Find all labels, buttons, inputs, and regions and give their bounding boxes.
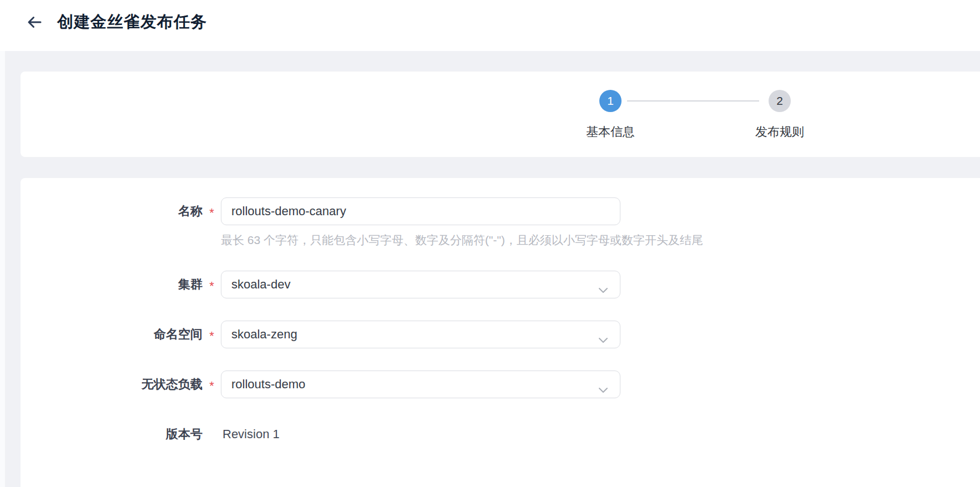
stepper-card: 1 基本信息 2 发布规则 [21, 72, 980, 157]
chevron-down-icon [597, 379, 609, 398]
cluster-field-label: 集群 [21, 271, 203, 298]
step-item-release-rules[interactable] [713, 85, 846, 158]
workload-field-label: 无状态负载 [21, 371, 203, 398]
chevron-down-icon [597, 279, 609, 298]
name-input[interactable] [221, 197, 620, 225]
workload-select[interactable]: rollouts-demo [221, 371, 620, 398]
namespace-field-label: 命名空间 [21, 321, 203, 348]
left-edge-strip [0, 51, 5, 487]
form-row-workload: 无状态负载 * rollouts-demo [21, 371, 980, 398]
chevron-down-icon [597, 329, 609, 348]
form-row-name: 名称 * 最长 63 个字符，只能包含小写字母、数字及分隔符("-")，且必须以… [21, 197, 980, 247]
page-title: 创建金丝雀发布任务 [57, 11, 207, 33]
cluster-select[interactable]: skoala-dev [221, 271, 620, 298]
namespace-select-value: skoala-zeng [231, 327, 297, 341]
form-card: 名称 * 最长 63 个字符，只能包含小写字母、数字及分隔符("-")，且必须以… [21, 178, 980, 487]
name-required-mark: * [203, 197, 221, 225]
name-field-label: 名称 [21, 197, 203, 225]
step-item-basic-info[interactable] [544, 85, 677, 158]
cluster-required-mark: * [203, 271, 221, 298]
revision-value: Revision 1 [221, 420, 620, 448]
form-row-cluster: 集群 * skoala-dev [21, 271, 980, 298]
page-header: 创建金丝雀发布任务 [0, 0, 980, 51]
name-helper-text: 最长 63 个字符，只能包含小写字母、数字及分隔符("-")，且必须以小写字母或… [221, 233, 620, 247]
form-row-revision: 版本号 Revision 1 [21, 420, 980, 448]
workload-required-mark: * [203, 371, 221, 398]
workload-select-value: rollouts-demo [231, 377, 305, 391]
form-row-namespace: 命名空间 * skoala-zeng [21, 321, 980, 348]
header-row: 创建金丝雀发布任务 [25, 7, 207, 38]
namespace-select[interactable]: skoala-zeng [221, 321, 620, 348]
cluster-select-value: skoala-dev [231, 277, 290, 291]
revision-field-label: 版本号 [21, 420, 203, 448]
back-button[interactable] [25, 13, 44, 32]
namespace-required-mark: * [203, 321, 221, 348]
arrow-left-icon [26, 14, 43, 31]
